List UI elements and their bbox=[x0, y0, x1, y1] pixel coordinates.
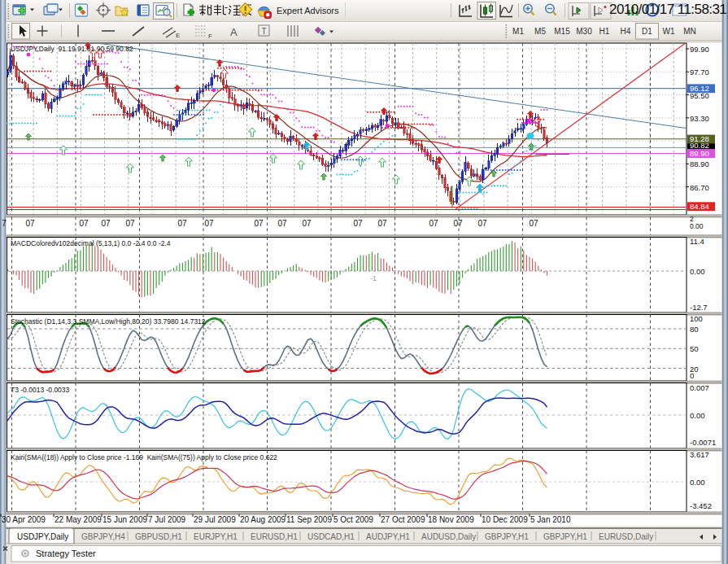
svg-text:18 Nov 2009: 18 Nov 2009 bbox=[428, 515, 474, 524]
svg-text:07: 07 bbox=[254, 219, 264, 228]
svg-text:2010/01/17 11:58:31: 2010/01/17 11:58:31 bbox=[609, 2, 726, 17]
svg-text:Stochastic (D1,14,3,3,SMMA,Low: Stochastic (D1,14,3,3,SMMA,Low/High,80,2… bbox=[11, 317, 206, 326]
svg-text:07: 07 bbox=[101, 219, 111, 228]
svg-text:T: T bbox=[262, 27, 267, 36]
svg-text:7: 7 bbox=[2, 219, 7, 228]
svg-text:AUDJPY,H1: AUDJPY,H1 bbox=[366, 532, 410, 541]
svg-text:07: 07 bbox=[429, 219, 438, 228]
svg-text:07: 07 bbox=[79, 219, 89, 228]
svg-text:93.30: 93.30 bbox=[690, 114, 709, 123]
svg-text:EURJPY,H1: EURJPY,H1 bbox=[194, 532, 238, 541]
svg-text:USDCAD,H1: USDCAD,H1 bbox=[307, 532, 355, 541]
svg-text:100: 100 bbox=[690, 314, 703, 323]
svg-text:AUDUSD,Daily: AUDUSD,Daily bbox=[421, 532, 476, 541]
svg-text:M1: M1 bbox=[512, 27, 524, 36]
svg-text:USDJPY,Daily: USDJPY,Daily bbox=[17, 532, 68, 541]
svg-text:07: 07 bbox=[204, 219, 214, 228]
svg-text:27 Oct 2009: 27 Oct 2009 bbox=[381, 515, 425, 524]
svg-text:22 May 2009: 22 May 2009 bbox=[54, 515, 102, 524]
svg-text:96.12: 96.12 bbox=[690, 84, 709, 93]
svg-text:A: A bbox=[230, 26, 238, 38]
svg-text:07: 07 bbox=[453, 219, 463, 228]
svg-text:84.84: 84.84 bbox=[690, 202, 709, 211]
svg-text:Strategy Tester: Strategy Tester bbox=[36, 549, 96, 558]
svg-text:88.90: 88.90 bbox=[690, 160, 709, 168]
svg-text:0.00: 0.00 bbox=[690, 411, 705, 420]
svg-text:T3 -0.0013 -0.0033: T3 -0.0013 -0.0033 bbox=[11, 386, 70, 394]
svg-text:80: 80 bbox=[690, 325, 699, 334]
svg-text:5 Oct 2009: 5 Oct 2009 bbox=[333, 515, 373, 524]
svg-text:-3.452: -3.452 bbox=[690, 501, 712, 510]
svg-text:5 Jan 2010: 5 Jan 2010 bbox=[530, 515, 571, 524]
svg-text:W1: W1 bbox=[663, 27, 675, 36]
svg-text:GBPUSD,H1: GBPUSD,H1 bbox=[135, 532, 182, 541]
svg-text:0: 0 bbox=[690, 371, 694, 380]
svg-text:07: 07 bbox=[125, 219, 135, 228]
svg-text:07: 07 bbox=[177, 219, 187, 228]
svg-text:29 Jul 2009: 29 Jul 2009 bbox=[194, 515, 236, 524]
svg-text:0.00: 0.00 bbox=[690, 222, 704, 230]
svg-text:-0.0071: -0.0071 bbox=[690, 438, 716, 447]
svg-text:GBPJPY,H1: GBPJPY,H1 bbox=[543, 532, 587, 541]
svg-text:15 Jun 2009: 15 Jun 2009 bbox=[102, 515, 147, 524]
svg-text:-12.7: -12.7 bbox=[690, 303, 708, 312]
svg-text:91.28: 91.28 bbox=[690, 134, 709, 143]
svg-text:H4: H4 bbox=[621, 27, 631, 36]
svg-text:97.70: 97.70 bbox=[690, 68, 709, 77]
svg-text:10 Dec 2009: 10 Dec 2009 bbox=[482, 515, 528, 524]
svg-text:07: 07 bbox=[25, 219, 35, 228]
svg-text:30 Apr 2009: 30 Apr 2009 bbox=[2, 515, 46, 524]
svg-text:07: 07 bbox=[277, 219, 287, 228]
svg-text:99.90: 99.90 bbox=[690, 45, 709, 54]
svg-text:20 Aug 2009: 20 Aug 2009 bbox=[240, 515, 286, 524]
svg-text:Kairi(SMA((18)) Apply to Close: Kairi(SMA((18)) Apply to Close price -1.… bbox=[11, 453, 277, 461]
svg-text:11.4: 11.4 bbox=[690, 237, 704, 246]
svg-text:07: 07 bbox=[377, 219, 387, 228]
svg-text:F: F bbox=[208, 33, 212, 40]
svg-text:07: 07 bbox=[302, 219, 312, 228]
svg-text:MN: MN bbox=[683, 27, 696, 36]
svg-text:7 Jul 2009: 7 Jul 2009 bbox=[148, 515, 186, 524]
svg-text:USDJPY,Daily 91.19 91.31 90.5: USDJPY,Daily 91.19 91.31 90.59 90.82 bbox=[11, 45, 133, 53]
svg-text:M30: M30 bbox=[576, 27, 592, 36]
svg-text:H1: H1 bbox=[599, 27, 610, 36]
svg-text:GBPJPY,H4: GBPJPY,H4 bbox=[81, 532, 125, 541]
svg-text:07: 07 bbox=[529, 219, 538, 228]
svg-text:Expert Advisors: Expert Advisors bbox=[277, 6, 339, 15]
svg-text:-1: -1 bbox=[370, 274, 377, 282]
svg-text:MACDColoredv102decimal (5,13,1: MACDColoredv102decimal (5,13,1) 0.0 -2.4… bbox=[11, 239, 171, 247]
svg-text:GBPJPY,H1: GBPJPY,H1 bbox=[485, 532, 529, 541]
svg-text:11 Sep 2009: 11 Sep 2009 bbox=[286, 515, 332, 524]
svg-text:EURUSD,H1: EURUSD,H1 bbox=[251, 532, 298, 541]
svg-text:0.007: 0.007 bbox=[690, 383, 709, 392]
svg-text:EURUSD,Daily: EURUSD,Daily bbox=[599, 532, 653, 541]
svg-text:86.70: 86.70 bbox=[690, 183, 709, 192]
svg-text:07: 07 bbox=[477, 219, 487, 228]
svg-text:D1: D1 bbox=[642, 27, 652, 36]
svg-text:3.617: 3.617 bbox=[690, 450, 709, 459]
svg-text:50: 50 bbox=[690, 344, 699, 353]
svg-text:M15: M15 bbox=[554, 27, 570, 36]
svg-text:0.00: 0.00 bbox=[690, 267, 705, 276]
svg-text:M5: M5 bbox=[534, 27, 546, 36]
svg-text:0.00: 0.00 bbox=[690, 478, 705, 487]
svg-text:07: 07 bbox=[353, 219, 363, 228]
svg-text:89.90: 89.90 bbox=[690, 149, 709, 158]
svg-text:E: E bbox=[176, 32, 180, 39]
